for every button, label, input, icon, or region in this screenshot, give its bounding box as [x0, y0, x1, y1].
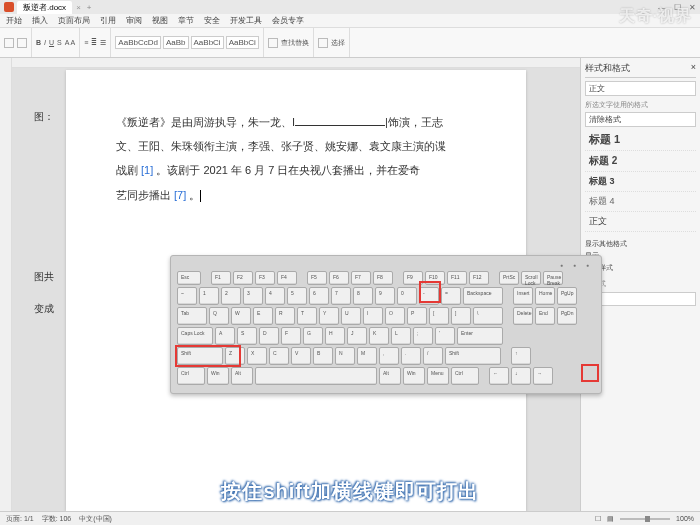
view-icon[interactable]: ☐ — [595, 515, 601, 523]
key-g: G — [303, 327, 323, 345]
select-icon[interactable] — [318, 38, 328, 48]
find-label: 查找替换 — [281, 38, 309, 48]
menu-item[interactable]: 会员专享 — [272, 15, 304, 26]
style-item[interactable]: AaBb — [163, 36, 189, 49]
current-style[interactable]: 正文 — [585, 81, 696, 96]
key-: = — [441, 287, 461, 305]
key-2: 2 — [221, 287, 241, 305]
key-7: 7 — [331, 287, 351, 305]
find-icon[interactable] — [268, 38, 278, 48]
word-count[interactable]: 字数: 106 — [42, 514, 72, 524]
key-f8: F8 — [373, 271, 393, 285]
menu-item[interactable]: 审阅 — [126, 15, 142, 26]
bold-button[interactable]: B — [36, 39, 41, 46]
menu-item[interactable]: 安全 — [204, 15, 220, 26]
key-: ↓ — [511, 367, 531, 385]
language[interactable]: 中文(中国) — [79, 514, 112, 524]
document-tab[interactable]: 叛逆者.docx — [17, 1, 72, 14]
style-normal[interactable]: 正文 — [585, 212, 696, 232]
style-heading4[interactable]: 标题 4 — [585, 192, 696, 212]
style-heading3[interactable]: 标题 3 — [585, 172, 696, 192]
key-o: O — [385, 307, 405, 325]
key-: ; — [413, 327, 433, 345]
style-gallery: AaBbCcDd AaBb AaBbCi AaBbCi — [115, 28, 263, 57]
key-ctrl: Ctrl — [177, 367, 205, 385]
key-f4: F4 — [277, 271, 297, 285]
style-item[interactable]: AaBbCi — [191, 36, 224, 49]
side-label: 图： — [34, 110, 54, 124]
italic-button[interactable]: I — [44, 39, 46, 46]
key-z: Z — [225, 347, 245, 365]
key-b: B — [313, 347, 333, 365]
ribbon: B I U S A A ≡≣☰ AaBbCcDd AaBb AaBbCi AaB… — [0, 28, 700, 58]
page-count[interactable]: 页面: 1/1 — [6, 514, 34, 524]
key-pgdn: PgDn — [557, 307, 577, 325]
key-p: P — [407, 307, 427, 325]
paragraph[interactable]: 艺同步播出 [7] 。 — [116, 183, 476, 207]
key-end: End — [535, 307, 555, 325]
style-list: 标题 1 标题 2 标题 3 标题 4 正文 — [585, 129, 696, 232]
panel-label: 所选文字使用的格式 — [585, 100, 696, 110]
new-tab-button[interactable]: + — [87, 3, 92, 12]
menu-item[interactable]: 引用 — [100, 15, 116, 26]
paragraph[interactable]: 战剧 [1] 。该剧于 2021 年 6 月 7 日在央视八套播出，并在爱奇 — [116, 158, 476, 182]
key-: ↑ — [511, 347, 531, 365]
key-c: C — [269, 347, 289, 365]
zoom-slider[interactable] — [620, 518, 670, 520]
key-: / — [423, 347, 443, 365]
key-pgup: PgUp — [557, 287, 577, 305]
menu-item[interactable]: 章节 — [178, 15, 194, 26]
key-9: 9 — [375, 287, 395, 305]
key-f1: F1 — [211, 271, 231, 285]
key-w: W — [231, 307, 251, 325]
key-: - — [419, 287, 439, 305]
style-heading1[interactable]: 标题 1 — [585, 129, 696, 151]
key-scrolllock: Scroll Lock — [521, 271, 541, 285]
menu-item[interactable]: 插入 — [32, 15, 48, 26]
paragraph[interactable]: 《叛逆者》是由周游执导，朱一龙、I|饰演，王志 — [116, 110, 476, 134]
app-icon — [4, 2, 14, 12]
style-heading2[interactable]: 标题 2 — [585, 151, 696, 172]
key-f11: F11 — [447, 271, 467, 285]
key-s: S — [237, 327, 257, 345]
close-tab-icon[interactable]: × — [76, 3, 81, 12]
key-: ~ — [177, 287, 197, 305]
key-: . — [401, 347, 421, 365]
key-ctrl: Ctrl — [451, 367, 479, 385]
key-backspace: Backspace — [463, 287, 503, 305]
menu-item[interactable]: 开发工具 — [230, 15, 262, 26]
style-item[interactable]: AaBbCcDd — [115, 36, 161, 49]
key-i: I — [363, 307, 383, 325]
menu-item[interactable]: 页面布局 — [58, 15, 90, 26]
underline-button[interactable]: U — [49, 39, 54, 46]
align-left-icon[interactable]: ≡ — [84, 39, 88, 46]
panel-close-icon[interactable]: × — [691, 62, 696, 75]
view-icon[interactable]: ▤ — [607, 515, 614, 523]
clear-format-button[interactable]: 清除格式 — [585, 112, 696, 127]
reference-link[interactable]: [1] — [141, 164, 153, 176]
menu-item[interactable]: 视图 — [152, 15, 168, 26]
status-bar: 页面: 1/1 字数: 106 中文(中国) ☐ ▤ 100% — [0, 511, 700, 525]
style-item[interactable]: AaBbCi — [226, 36, 259, 49]
select-label: 选择 — [331, 38, 345, 48]
key-6: 6 — [309, 287, 329, 305]
key-tab: Tab — [177, 307, 207, 325]
panel-footer-item[interactable]: 显示其他格式 — [585, 238, 696, 250]
paragraph[interactable]: 文、王阳、朱珠领衔主演，李强、张子贤、姚安娜、袁文康主演的谍 — [116, 134, 476, 158]
zoom-level[interactable]: 100% — [676, 515, 694, 522]
list-icon[interactable]: ☰ — [100, 39, 106, 47]
titlebar: 叛逆者.docx × + — ☐ ✕ — [0, 0, 700, 14]
key-esc: Esc — [177, 271, 201, 285]
align-center-icon[interactable]: ≣ — [91, 39, 97, 47]
key-shift: Shift — [177, 347, 223, 365]
key-: ' — [435, 327, 455, 345]
key-enter: Enter — [457, 327, 503, 345]
cut-icon[interactable] — [17, 38, 27, 48]
menu-item[interactable]: 开始 — [6, 15, 22, 26]
vertical-ruler — [0, 58, 12, 511]
strike-button[interactable]: S — [57, 39, 62, 46]
key-x: X — [247, 347, 267, 365]
paste-icon[interactable] — [4, 38, 14, 48]
key-f5: F5 — [307, 271, 327, 285]
reference-link[interactable]: [7] — [174, 189, 186, 201]
